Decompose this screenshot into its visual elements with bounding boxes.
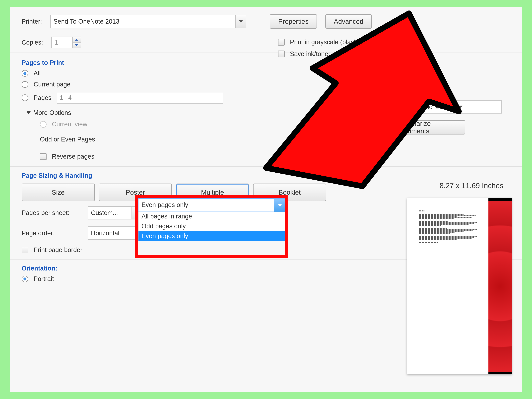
chevron-down-icon[interactable] — [235, 15, 246, 28]
dd-item-odd-pages[interactable]: Odd pages only — [139, 221, 285, 231]
all-radio[interactable] — [22, 70, 28, 77]
odd-even-options-list[interactable]: All pages in range Odd pages only Even p… — [138, 211, 286, 241]
grayscale-label: Print in grayscale (black and white) — [290, 38, 388, 46]
pages-range-input[interactable]: 1 - 4 — [57, 92, 223, 104]
comments-header: Comments & Forms — [389, 92, 515, 99]
preview-content: ■ ■ ■ ■ — [419, 210, 483, 243]
sizing-header: Page Sizing & Handling — [22, 172, 510, 179]
all-label: All — [34, 70, 41, 77]
preview-dimensions: 8.27 x 11.69 Inches — [440, 182, 503, 190]
printer-label: Printer: — [22, 18, 42, 25]
page-preview: ■ ■ ■ ■ — [407, 198, 512, 374]
pages-radio-label: Pages — [34, 94, 51, 101]
portrait-label: Portrait — [34, 275, 54, 282]
pps-label: Pages per sheet: — [22, 209, 82, 216]
size-button[interactable]: Size — [22, 184, 95, 201]
current-view-label: Current view — [52, 121, 87, 128]
portrait-radio[interactable] — [22, 276, 28, 282]
disclosure-triangle-icon[interactable] — [27, 111, 31, 114]
comments-dropdown[interactable]: Document and Markups — [389, 100, 502, 114]
odd-even-dropdown[interactable]: Even pages only — [138, 198, 286, 211]
page-order-label: Page order: — [22, 230, 82, 237]
dd-item-all-pages[interactable]: All pages in range — [139, 211, 285, 221]
printer-value: Send To OneNote 2013 — [53, 18, 119, 25]
current-page-radio[interactable] — [22, 81, 28, 88]
preview-artwork — [488, 198, 512, 374]
current-page-label: Current page — [34, 81, 70, 88]
more-options-label[interactable]: More Options — [33, 109, 71, 116]
reverse-pages-checkbox[interactable] — [40, 153, 47, 160]
grayscale-checkbox[interactable] — [278, 39, 285, 45]
printer-dropdown[interactable]: Send To OneNote 2013 — [50, 15, 246, 28]
properties-button[interactable]: Properties — [270, 14, 317, 29]
pages-to-print-header: Pages to Print — [22, 59, 510, 66]
copies-label: Copies: — [22, 39, 43, 46]
copies-up-icon[interactable] — [73, 37, 81, 43]
copies-down-icon[interactable] — [73, 43, 81, 48]
dd-item-even-pages[interactable]: Even pages only — [139, 231, 285, 241]
copies-input[interactable]: 1 — [51, 37, 81, 48]
chevron-down-icon[interactable] — [458, 106, 462, 108]
odd-even-label: Odd or Even Pages: — [40, 136, 97, 143]
reverse-pages-label: Reverse pages — [52, 153, 95, 160]
chevron-down-icon[interactable] — [274, 199, 285, 212]
pps-dropdown[interactable]: Custom... — [88, 206, 143, 219]
print-border-label: Print page border — [34, 246, 82, 253]
current-view-radio — [40, 121, 47, 128]
summarize-comments-button[interactable]: Summarize Comments — [389, 120, 465, 134]
pages-radio[interactable] — [22, 95, 28, 101]
advanced-button[interactable]: Advanced — [325, 14, 372, 29]
print-border-checkbox[interactable] — [22, 247, 28, 253]
